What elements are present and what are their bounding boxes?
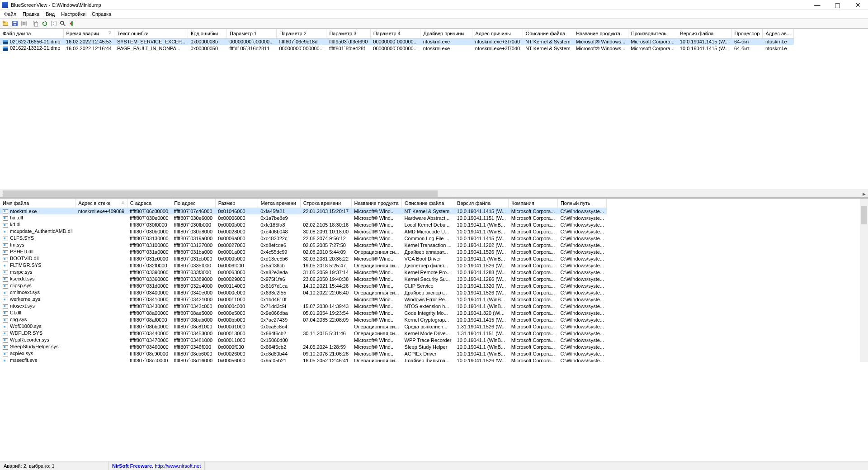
crash-list-table[interactable]: Файл дампаВремя аварии▽Текст ошибкиКод о… — [0, 29, 794, 52]
column-header[interactable]: С адреса — [127, 199, 171, 208]
module-list-table[interactable]: Имя файлаАдрес в стеке△С адресаПо адресР… — [0, 199, 607, 362]
menu-правка[interactable]: Правка — [19, 11, 42, 17]
list-item[interactable]: werkernel.sysfffff807`03410000fffff807`0… — [0, 296, 607, 303]
cell: 16.02.2022 12:16:44 — [63, 45, 114, 52]
column-header[interactable]: Параметр 2 — [276, 29, 326, 38]
cell: 0x00063000 — [215, 269, 258, 275]
list-item[interactable]: mcupdate_AuthenticAMD.dllfffff807`030b00… — [0, 228, 607, 235]
column-header[interactable]: Название продукта — [573, 29, 628, 38]
module-icon — [3, 277, 8, 282]
column-header[interactable]: Время аварии▽ — [63, 29, 114, 38]
list-item[interactable]: cng.sysfffff807`08af0000fffff807`08bab00… — [0, 316, 607, 323]
list-item[interactable]: BOOTVID.dllfffff807`031c0000fffff807`031… — [0, 255, 607, 262]
list-item[interactable]: tm.sysfffff807`03100000fffff807`03127000… — [0, 242, 607, 248]
toolbar-refresh-button[interactable] — [41, 19, 49, 28]
column-header[interactable]: Компания — [509, 199, 558, 208]
toolbar-copy-button[interactable] — [32, 19, 40, 28]
cell: Microsoft® Wind... — [351, 228, 402, 235]
list-item[interactable]: cmimcext.sysfffff807`03400000fffff807`03… — [0, 289, 607, 296]
column-header[interactable]: Описание файла — [402, 199, 454, 208]
column-header[interactable]: Текст ошибки — [114, 29, 188, 38]
column-header[interactable]: Адрес ав... — [763, 29, 794, 38]
maximize-button[interactable]: ▢ — [827, 0, 848, 10]
close-button[interactable]: ✕ — [848, 0, 868, 10]
cell: Microsoft® Wind... — [351, 235, 402, 242]
module-list-pane[interactable]: Имя файлаАдрес в стеке△С адресаПо адресР… — [0, 199, 868, 362]
list-item[interactable]: PSHED.dllfffff807`031a0000fffff807`031ba… — [0, 248, 607, 255]
cell: fffff807`07c46000 — [171, 208, 215, 214]
toolbar-properties-button[interactable] — [20, 19, 28, 28]
toolbar-save-button[interactable] — [11, 19, 19, 28]
crash-list-pane[interactable]: Файл дампаВремя аварии▽Текст ошибкиКод о… — [0, 29, 868, 190]
list-item[interactable]: FLTMGR.SYSfffff807`032f0000fffff807`0335… — [0, 262, 607, 269]
toolbar-options-button[interactable] — [50, 19, 58, 28]
column-header[interactable]: Полный путь — [557, 199, 607, 208]
cell: NT Kernel & System — [402, 208, 454, 214]
scroll-right-icon[interactable]: ▶ — [860, 190, 868, 198]
column-header[interactable]: Название продукта — [351, 199, 402, 208]
cell: FLTMGR.SYS — [0, 262, 75, 269]
list-item[interactable]: 021622-16656-01.dmp16.02.2022 12:45:53SY… — [0, 38, 794, 45]
cell: Microsoft Corpora... — [509, 303, 558, 309]
list-item[interactable]: ksecdd.sysfffff807`03360000fffff807`0338… — [0, 275, 607, 282]
toolbar-find-button[interactable] — [59, 19, 67, 28]
cell: 10.0.19041.1 (WinB... — [454, 228, 509, 235]
list-item[interactable]: acpiex.sysfffff807`08c90000fffff807`08cb… — [0, 350, 607, 357]
cell: 04.10.2022 22:06:40 — [300, 289, 351, 296]
menu-вид[interactable]: Вид — [42, 11, 58, 17]
column-header[interactable]: Адрес причины — [472, 29, 523, 38]
column-header[interactable]: Процессор — [731, 29, 763, 38]
list-item[interactable]: CLFS.SYSfffff807`03130000fffff807`0319a0… — [0, 235, 607, 242]
minimize-button[interactable]: — — [807, 0, 827, 10]
list-item[interactable]: CI.dllfffff807`08a00000fffff807`08ae5000… — [0, 309, 607, 316]
cell: fffff807`08c90000 — [127, 350, 171, 357]
menu-настройки[interactable]: Настройки — [58, 11, 89, 17]
column-header[interactable]: Версия файла — [677, 29, 731, 38]
cell: 0x633c2f55 — [258, 289, 300, 296]
list-item[interactable]: WppRecorder.sysfffff807`03470000fffff807… — [0, 337, 607, 343]
column-header[interactable]: По адрес — [171, 199, 215, 208]
column-header[interactable]: Версия файла — [454, 199, 509, 208]
list-item[interactable]: ntoskrnl.exentoskrnl.exe+409069fffff807`… — [0, 208, 607, 214]
cell: fffff807`032f0000 — [127, 262, 171, 269]
list-item[interactable]: SleepStudyHelper.sysfffff807`03460000fff… — [0, 343, 607, 350]
top-horizontal-scrollbar[interactable]: ◀ ▶ — [0, 190, 868, 197]
cell: acpiex.sys — [0, 350, 75, 357]
column-header[interactable]: Имя файла — [0, 199, 75, 208]
list-item[interactable]: Wdf01000.sysfffff807`08bb0000fffff807`08… — [0, 323, 607, 330]
toolbar-open-button[interactable] — [2, 19, 10, 28]
scroll-thumb[interactable] — [861, 206, 867, 224]
list-item[interactable]: msrpc.sysfffff807`03390000fffff807`033f3… — [0, 269, 607, 275]
cell: 00000000`000000... — [370, 45, 420, 52]
column-header[interactable]: Параметр 1 — [227, 29, 277, 38]
column-header[interactable]: Код ошибки — [188, 29, 227, 38]
column-header[interactable]: Адрес в стеке△ — [75, 199, 127, 208]
column-header[interactable]: Файл дампа — [0, 29, 63, 38]
list-item[interactable]: clipsp.sysfffff807`031d0000fffff807`032e… — [0, 282, 607, 289]
cell: 0x000e5000 — [215, 309, 258, 316]
status-link[interactable]: NirSoft Freeware. http://www.nirsoft.net — [108, 461, 205, 470]
list-item[interactable]: ntosext.sysfffff807`03430000fffff807`034… — [0, 303, 607, 309]
toolbar-exit-button[interactable] — [68, 19, 76, 28]
column-header[interactable]: Размер — [215, 199, 258, 208]
column-header[interactable]: Описание файла — [523, 29, 573, 38]
list-item[interactable]: WDFLDR.SYSfffff807`03440000fffff807`0345… — [0, 330, 607, 337]
column-header[interactable]: Драйвер причины — [420, 29, 472, 38]
menu-файл[interactable]: Файл — [1, 11, 19, 17]
cell: 0x975f1fa6 — [258, 275, 300, 282]
list-item[interactable]: 021622-13312-01.dmp16.02.2022 12:16:44PA… — [0, 45, 794, 52]
menu-справка[interactable]: Справка — [89, 11, 114, 17]
column-header[interactable]: Производитель — [628, 29, 677, 38]
list-item[interactable]: kd.dllfffff807`030f0000fffff807`030fb000… — [0, 221, 607, 228]
module-icon — [3, 223, 8, 228]
cell: C:\Windows\syste... — [557, 350, 607, 357]
list-item[interactable]: mssecflt.sysfffff807`08cc0000fffff807`08… — [0, 357, 607, 362]
column-header[interactable]: Строка времени — [300, 199, 351, 208]
bottom-vertical-scrollbar[interactable] — [860, 199, 868, 362]
cell: cmimcext.sys — [0, 289, 75, 296]
scroll-thumb[interactable] — [3, 190, 438, 197]
column-header[interactable]: Параметр 4 — [370, 29, 420, 38]
column-header[interactable]: Метка времени — [258, 199, 300, 208]
list-item[interactable]: hal.dllfffff807`030e0000fffff807`030e600… — [0, 214, 607, 221]
column-header[interactable]: Параметр 3 — [326, 29, 370, 38]
